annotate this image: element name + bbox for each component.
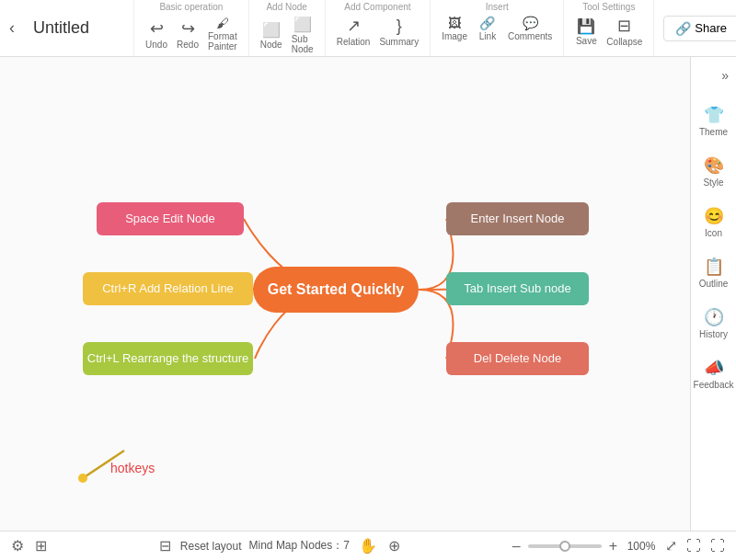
- insert-buttons: 🖼 Image 🔗 Link 💬 Comments: [438, 14, 556, 43]
- bottom-bar-right: – + 100% ⤢ ⛶ ⛶: [511, 535, 727, 556]
- zoom-handle: [559, 541, 570, 552]
- undo-icon: ↩: [150, 18, 164, 39]
- main-area: Get Started Quickly Space Edit Node Ctrl…: [0, 57, 736, 531]
- hotkeys-label: hotkeys: [110, 461, 155, 475]
- hand-tool-button[interactable]: ✋: [357, 535, 379, 556]
- header-actions: 🔗 Share 📤 Export: [654, 0, 736, 56]
- link-icon: 🔗: [479, 16, 495, 30]
- left-node-3-label: Ctrl+L Rearrange the structure: [87, 351, 248, 365]
- right-node-1[interactable]: Enter Insert Node: [446, 202, 589, 235]
- save-icon: 💾: [577, 17, 595, 35]
- sidebar-collapse-button[interactable]: »: [714, 64, 736, 86]
- sub-node-label: Sub Node: [292, 34, 314, 54]
- sidebar-item-feedback[interactable]: 📣 Feedback: [694, 350, 734, 397]
- left-node-2-label: Ctrl+R Add Relation Line: [102, 281, 234, 295]
- bottom-bar: ⚙ ⊞ ⊟ Reset layout Mind Map Nodes：7 ✋ ⊕ …: [0, 531, 736, 560]
- hotkeys-arrow: [74, 446, 129, 486]
- image-label: Image: [442, 31, 467, 41]
- sub-node-button[interactable]: ⬜ Sub Node: [288, 14, 317, 56]
- relation-button[interactable]: ↗ Relation: [333, 14, 374, 49]
- tool-settings-buttons: 💾 Save ⊟ Collapse: [571, 14, 646, 49]
- zoom-in-button[interactable]: +: [607, 536, 619, 556]
- document-title: Untitled: [24, 0, 134, 56]
- link-button[interactable]: 🔗 Link: [473, 14, 502, 43]
- sidebar-item-style[interactable]: 🎨 Style: [694, 148, 734, 195]
- collapse-icon: ⊟: [617, 16, 631, 36]
- right-node-1-label: Enter Insert Node: [471, 211, 565, 225]
- center-node[interactable]: Get Started Quickly: [253, 267, 419, 313]
- fullscreen-button[interactable]: ⛶: [708, 536, 727, 556]
- toolbar-group-tool-settings: Tool Settings 💾 Save ⊟ Collapse: [564, 0, 654, 56]
- right-node-3[interactable]: Del Delete Node: [446, 342, 589, 375]
- format-painter-label: Format Painter: [208, 31, 237, 51]
- bottom-bar-left: ⚙ ⊞: [9, 535, 49, 556]
- target-button[interactable]: ⊕: [386, 535, 402, 556]
- theme-label: Theme: [699, 127, 728, 137]
- feedback-icon: 📣: [704, 358, 724, 378]
- share-label: Share: [695, 21, 727, 35]
- collapse-button[interactable]: ⊟ Collapse: [603, 14, 646, 49]
- header: ‹ Untitled Basic operation ↩ Undo ↪ Redo…: [0, 0, 736, 57]
- right-node-3-label: Del Delete Node: [474, 351, 561, 365]
- right-node-2-label: Tab Insert Sub node: [464, 281, 570, 295]
- zoom-out-button[interactable]: –: [511, 536, 523, 556]
- outline-label: Outline: [699, 279, 729, 289]
- format-painter-icon: 🖌: [216, 16, 229, 30]
- redo-label: Redo: [177, 40, 199, 50]
- image-icon: 🖼: [448, 16, 461, 30]
- comments-label: Comments: [508, 31, 552, 41]
- redo-icon: ↪: [181, 18, 195, 39]
- outline-icon: 📋: [704, 257, 724, 277]
- sidebar-item-icon[interactable]: 😊 Icon: [694, 199, 734, 246]
- group-label-tool-settings: Tool Settings: [571, 2, 646, 12]
- sidebar-item-history[interactable]: 🕐 History: [694, 300, 734, 347]
- sidebar-item-theme[interactable]: 👕 Theme: [694, 97, 734, 144]
- right-node-2[interactable]: Tab Insert Sub node: [446, 272, 589, 305]
- group-label-add-component: Add Component: [333, 2, 423, 12]
- sub-node-icon: ⬜: [293, 16, 312, 33]
- fit-button[interactable]: ⤢: [663, 535, 679, 556]
- comments-button[interactable]: 💬 Comments: [504, 14, 556, 43]
- settings-icon-button[interactable]: ⚙: [9, 535, 26, 556]
- toolbar: Basic operation ↩ Undo ↪ Redo 🖌 Format P…: [134, 0, 654, 56]
- left-node-1-label: Space Edit Node: [125, 211, 215, 225]
- zoom-slider[interactable]: [528, 544, 602, 548]
- group-label-basic: Basic operation: [142, 2, 241, 12]
- history-icon: 🕐: [704, 307, 724, 327]
- theme-icon: 👕: [704, 105, 724, 125]
- node-icon: ⬜: [262, 21, 281, 39]
- share-button[interactable]: 🔗 Share: [663, 16, 736, 41]
- summary-button[interactable]: } Summary: [375, 15, 422, 49]
- summary-label: Summary: [379, 37, 419, 47]
- feedback-label: Feedback: [694, 380, 734, 390]
- sidebar-item-outline[interactable]: 📋 Outline: [694, 249, 734, 296]
- mindmap: Get Started Quickly Space Edit Node Ctrl…: [78, 147, 612, 441]
- reset-layout-label[interactable]: Reset layout: [180, 540, 242, 553]
- save-button[interactable]: 💾 Save: [571, 16, 601, 48]
- undo-button[interactable]: ↩ Undo: [142, 17, 171, 51]
- image-button[interactable]: 🖼 Image: [438, 14, 471, 43]
- node-label: Node: [260, 40, 282, 50]
- collapse-label: Collapse: [606, 37, 642, 47]
- mind-map-nodes-label: Mind Map Nodes：7: [249, 538, 350, 554]
- svg-point-1: [78, 474, 87, 483]
- undo-label: Undo: [145, 40, 167, 50]
- node-button[interactable]: ⬜ Node: [257, 19, 286, 51]
- reset-layout-icon: ⊟: [157, 535, 173, 556]
- expand-button[interactable]: ⛶: [684, 536, 703, 556]
- left-node-2[interactable]: Ctrl+R Add Relation Line: [83, 272, 253, 305]
- icon-label: Icon: [705, 228, 722, 238]
- canvas[interactable]: Get Started Quickly Space Edit Node Ctrl…: [0, 57, 690, 531]
- history-label: History: [699, 329, 728, 339]
- left-node-3[interactable]: Ctrl+L Rearrange the structure: [83, 342, 253, 375]
- bottom-bar-center: ⊟ Reset layout Mind Map Nodes：7 ✋ ⊕: [157, 535, 402, 556]
- zoom-percent-label: 100%: [625, 540, 658, 553]
- grid-icon-button[interactable]: ⊞: [33, 535, 49, 556]
- toolbar-group-add-node: Add Node ⬜ Node ⬜ Sub Node: [249, 0, 326, 56]
- redo-button[interactable]: ↪ Redo: [173, 17, 202, 51]
- left-node-1[interactable]: Space Edit Node: [97, 202, 244, 235]
- format-painter-button[interactable]: 🖌 Format Painter: [204, 14, 241, 53]
- back-button[interactable]: ‹: [0, 0, 24, 56]
- basic-buttons: ↩ Undo ↪ Redo 🖌 Format Painter: [142, 14, 241, 53]
- comments-icon: 💬: [523, 16, 538, 30]
